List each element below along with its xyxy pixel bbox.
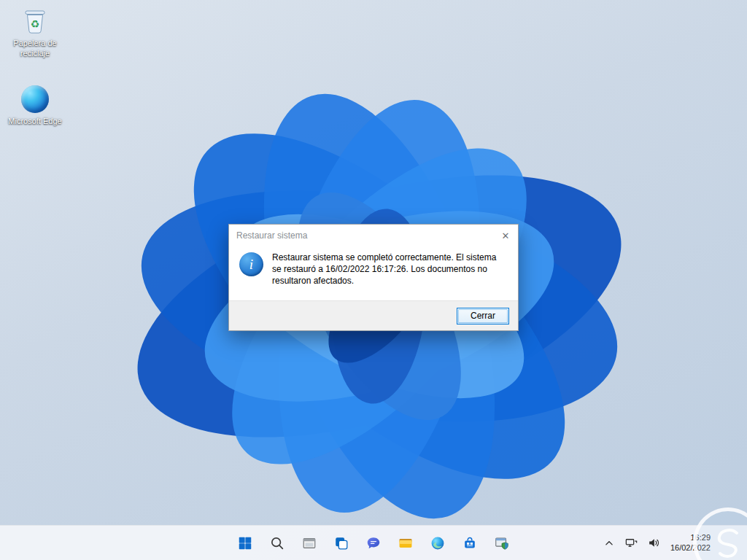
info-icon: i (239, 252, 263, 276)
recycle-bin-shortcut[interactable]: ♻ Papelera de reciclaje (6, 6, 64, 59)
store-button[interactable] (455, 529, 484, 558)
legacy-app-button[interactable] (295, 529, 324, 558)
search-icon (269, 535, 285, 551)
tray-chevron-button[interactable] (599, 529, 619, 558)
edge-shortcut[interactable]: Microsoft Edge (6, 84, 64, 127)
volume-button[interactable] (643, 529, 665, 558)
speaker-icon (647, 536, 661, 550)
network-icon (624, 536, 638, 550)
system-tray: 16:29 16/02/2022 (599, 529, 715, 558)
file-explorer-icon (398, 535, 414, 551)
task-view-icon (333, 535, 349, 551)
network-button[interactable] (621, 529, 642, 558)
taskbar-center-icons (231, 529, 516, 558)
system-restore-icon (494, 535, 510, 551)
edge-icon (20, 84, 50, 114)
recycle-bin-icon: ♻ (20, 6, 50, 36)
search-button[interactable] (263, 529, 292, 558)
desktop-icon-column: ♻ Papelera de reciclaje Microsoft Edge (6, 6, 64, 145)
close-icon[interactable]: ✕ (493, 225, 518, 246)
chat-icon (365, 535, 382, 551)
system-restore-dialog: Restaurar sistema ✕ i Restaurar sistema … (228, 224, 519, 331)
edge-browser-icon (430, 535, 446, 551)
task-view-button[interactable] (327, 529, 356, 558)
file-explorer-button[interactable] (391, 529, 420, 558)
clock-time: 16:29 (690, 533, 711, 543)
windows-logo-icon (237, 535, 253, 551)
dialog-titlebar[interactable]: Restaurar sistema ✕ (229, 225, 518, 246)
app-window-icon (301, 535, 317, 551)
svg-text:♻: ♻ (31, 18, 40, 30)
start-button[interactable] (231, 529, 260, 558)
dialog-message: Restaurar sistema se completó correctame… (272, 251, 505, 296)
edge-browser-button[interactable] (423, 529, 452, 558)
taskbar-clock[interactable]: 16:29 16/02/2022 (666, 533, 715, 553)
taskbar: 16:29 16/02/2022 (0, 525, 747, 560)
store-icon (462, 535, 478, 551)
clock-date: 16/02/2022 (670, 543, 711, 553)
chat-button[interactable] (359, 529, 388, 558)
dialog-body: i Restaurar sistema se completó correcta… (229, 246, 518, 300)
edge-label: Microsoft Edge (8, 117, 61, 127)
cerrar-button[interactable]: Cerrar (457, 308, 509, 324)
recycle-bin-label: Papelera de reciclaje (6, 39, 64, 59)
chevron-up-icon (603, 537, 616, 550)
dialog-footer: Cerrar (229, 300, 518, 330)
system-restore-app-button[interactable] (487, 529, 516, 558)
dialog-title: Restaurar sistema (236, 230, 307, 241)
